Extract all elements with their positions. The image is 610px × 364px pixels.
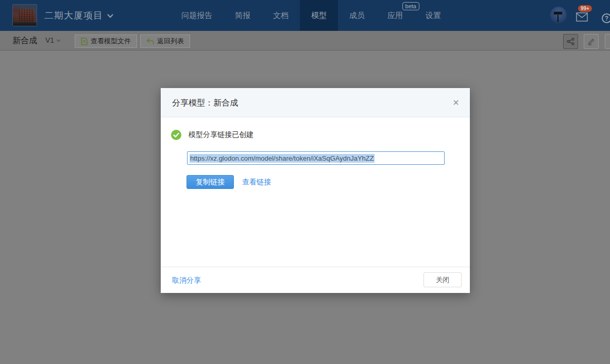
cancel-share-link[interactable]: 取消分享 — [172, 267, 201, 293]
question-mark-icon: ? — [605, 15, 608, 22]
version-label: V1 — [45, 36, 54, 44]
model-toolbar: 新合成 V1 查看模型文件 返回列表 — [0, 31, 610, 50]
nav-tab-issue-report[interactable]: 问题报告 — [170, 0, 224, 31]
pencil-icon — [587, 38, 595, 45]
view-model-files-button[interactable]: 查看模型文件 — [75, 34, 137, 48]
app-window: 二期大厦项目 问题报告 简报 文档 模型 成员 应用 beta 设置 99+ — [0, 0, 610, 364]
help-button[interactable]: ? — [602, 13, 610, 23]
document-icon — [81, 38, 88, 45]
nav-tab-apps-label: 应用 — [387, 11, 403, 20]
close-dialog-button[interactable]: 关闭 — [423, 272, 462, 287]
avatar-pole-graphic — [557, 15, 558, 22]
dialog-title: 分享模型：新合成 — [172, 88, 238, 117]
share-url-selected-text: https://xz.glodon.com/model/share/token/… — [190, 154, 375, 163]
dialog-header: 分享模型：新合成 ✕ — [161, 88, 470, 117]
unread-count-badge: 99+ — [578, 5, 592, 12]
share-model-button[interactable] — [563, 34, 578, 49]
success-check-icon — [171, 130, 181, 140]
user-avatar[interactable] — [550, 7, 567, 23]
view-model-files-label: 查看模型文件 — [91, 37, 131, 46]
nav-tab-model[interactable]: 模型 — [300, 0, 338, 31]
main-navigation: 问题报告 简报 文档 模型 成员 应用 beta 设置 — [170, 0, 452, 31]
building-facade — [19, 9, 35, 23]
project-title: 二期大厦项目 — [44, 10, 103, 21]
chevron-down-icon — [56, 39, 61, 42]
dialog-footer: 取消分享 关闭 — [161, 267, 470, 293]
project-thumbnail[interactable] — [12, 4, 37, 26]
mail-icon — [576, 12, 588, 22]
notifications-button[interactable]: 99+ — [576, 10, 594, 24]
nav-tab-members[interactable]: 成员 — [338, 0, 376, 31]
nav-tab-documents[interactable]: 文档 — [262, 0, 300, 31]
building-ground — [13, 22, 37, 26]
project-title-dropdown[interactable]: 二期大厦项目 — [44, 0, 113, 31]
share-model-dialog: 分享模型：新合成 ✕ 模型分享链接已创建 https://xz.glodon.c… — [161, 88, 470, 293]
top-navbar: 二期大厦项目 问题报告 简报 文档 模型 成员 应用 beta 设置 99+ — [0, 0, 610, 31]
back-to-list-button[interactable]: 返回列表 — [140, 34, 190, 48]
status-row: 模型分享链接已创建 — [171, 130, 253, 140]
copy-link-button[interactable]: 复制链接 — [187, 175, 234, 189]
avatar-sign-graphic — [553, 11, 563, 15]
chevron-down-icon — [107, 14, 113, 18]
model-name-label: 新合成 — [12, 31, 37, 50]
nav-tab-settings[interactable]: 设置 — [414, 0, 452, 31]
edit-button[interactable] — [584, 34, 599, 49]
share-url-input[interactable]: https://xz.glodon.com/model/share/token/… — [187, 151, 445, 165]
status-text: 模型分享链接已创建 — [189, 130, 253, 140]
view-link-button[interactable]: 查看链接 — [242, 175, 271, 189]
clipped-toolbar-button[interactable] — [605, 34, 610, 49]
share-icon — [567, 38, 574, 45]
return-arrow-icon — [146, 38, 154, 45]
version-dropdown[interactable]: V1 — [45, 31, 61, 50]
back-to-list-label: 返回列表 — [157, 37, 184, 46]
close-icon[interactable]: ✕ — [450, 97, 462, 109]
nav-tab-briefing[interactable]: 简报 — [224, 0, 262, 31]
nav-tab-apps[interactable]: 应用 beta — [376, 0, 414, 31]
